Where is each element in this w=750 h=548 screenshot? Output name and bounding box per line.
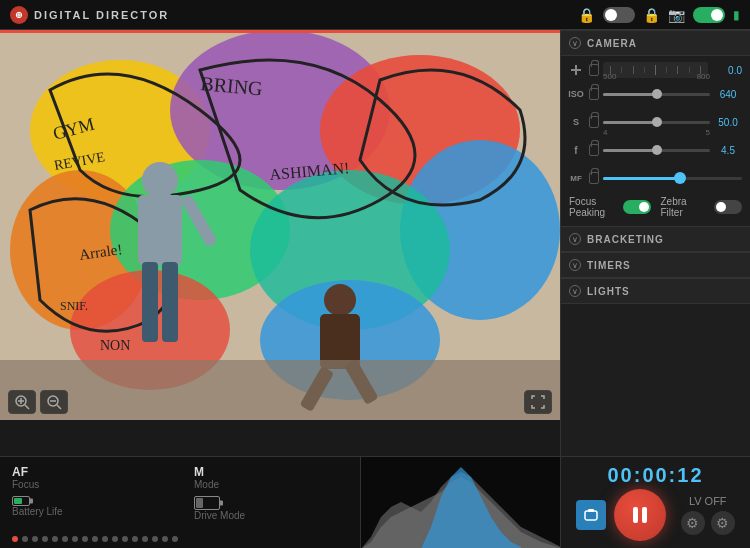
drive-mode-status: Drive Mode [194, 496, 366, 521]
mf-fill [603, 177, 679, 180]
mode-status: M Mode [194, 465, 366, 490]
svg-rect-27 [0, 360, 560, 420]
top-toggle-2[interactable] [693, 7, 725, 23]
recording-panel: 00:00:12 LV OFF [560, 456, 750, 548]
battery-status: Battery Life [12, 496, 184, 521]
dot-15 [152, 536, 158, 542]
zoom-in-button[interactable] [8, 390, 36, 414]
af-value: AF [12, 465, 184, 479]
shutter-value: 50.0 [714, 117, 742, 128]
gear-button[interactable]: ⚙ [681, 511, 705, 535]
dot-14 [142, 536, 148, 542]
battery-icon [12, 496, 30, 506]
dot-6 [62, 536, 68, 542]
timers-section-header[interactable]: ∨ TIMERS [561, 252, 750, 278]
pause-icon [633, 507, 647, 523]
camera-chevron: ∨ [569, 37, 581, 49]
lights-section-header[interactable]: ∨ LIGHTS [561, 278, 750, 304]
dots-row [0, 530, 360, 548]
aperture-value: 4.5 [714, 145, 742, 156]
focus-peaking-toggle[interactable] [623, 200, 651, 214]
mf-slider-container [603, 168, 742, 188]
svg-rect-39 [588, 509, 594, 512]
lock-icon-2[interactable]: 🔒 [643, 7, 660, 23]
drive-mode-icon [194, 496, 220, 510]
camera-viewport: GYM REVIVE BRING ASHIMAN! Arrale! SNIF. … [0, 30, 560, 420]
dot-12 [122, 536, 128, 542]
svg-text:SNIF.: SNIF. [60, 299, 88, 313]
shutter-lock[interactable] [589, 116, 599, 128]
timers-section-title: TIMERS [587, 260, 631, 271]
bracketing-section-header[interactable]: ∨ BRACKETING [561, 226, 750, 252]
dot-9 [92, 536, 98, 542]
iso-fill [603, 93, 657, 96]
topbar: ⊕ DIGITAL DIRECTOR 🔒 🔒 📷 ▮ [0, 0, 750, 30]
svg-rect-20 [142, 262, 158, 342]
shutter-track [603, 121, 710, 124]
mf-track [603, 177, 742, 180]
aperture-max: 5 [706, 128, 710, 137]
aperture-icon: f [569, 143, 583, 157]
fullscreen-button[interactable] [524, 390, 552, 414]
recording-timer: 00:00:12 [607, 464, 703, 487]
settings-button[interactable]: ⚙ [711, 511, 735, 535]
svg-text:NON: NON [100, 338, 130, 353]
dot-7 [72, 536, 78, 542]
mf-icon: MF [569, 171, 583, 185]
mode-label: Mode [194, 479, 366, 490]
histogram [360, 457, 560, 548]
top-controls: 🔒 🔒 📷 ▮ [578, 7, 740, 23]
app-logo: ⊕ DIGITAL DIRECTOR [10, 6, 169, 24]
shutter-thumb[interactable] [652, 117, 662, 127]
svg-line-33 [57, 405, 61, 409]
zoom-out-button[interactable] [40, 390, 68, 414]
af-status: AF Focus [12, 465, 184, 490]
aperture-thumb[interactable] [652, 145, 662, 155]
record-pause-button[interactable] [614, 489, 666, 541]
dot-5 [52, 536, 58, 542]
zebra-filter-toggle[interactable] [714, 200, 742, 214]
dot-13 [132, 536, 138, 542]
iso-icon: ISO [569, 87, 583, 101]
mf-lock[interactable] [589, 172, 599, 184]
svg-point-23 [324, 284, 356, 316]
lv-label: LV OFF [689, 495, 727, 507]
focus-peaking-row: Focus Peaking Zebra Filter [561, 192, 750, 222]
focus-peaking-label: Focus Peaking [569, 196, 617, 218]
iso-min: 500 [603, 72, 616, 81]
video-record-indicator: ▮ [733, 8, 740, 22]
dot-3 [32, 536, 38, 542]
bracketing-chevron: ∨ [569, 233, 581, 245]
iso-slider-container: 500 800 [603, 84, 710, 104]
iso-track [603, 93, 710, 96]
zoom-controls [8, 390, 68, 414]
dot-16 [162, 536, 168, 542]
mf-thumb[interactable] [674, 172, 686, 184]
drive-mode-label: Drive Mode [194, 510, 366, 521]
dot-17 [172, 536, 178, 542]
timers-chevron: ∨ [569, 259, 581, 271]
focus-peaking-knob [639, 202, 649, 212]
aperture-fill [603, 149, 657, 152]
aperture-min: 4 [603, 128, 607, 137]
af-label: Focus [12, 479, 184, 490]
iso-thumb[interactable] [652, 89, 662, 99]
top-toggle-1[interactable] [603, 7, 635, 23]
lights-section-title: LIGHTS [587, 286, 630, 297]
aperture-row: f 4 5 4.5 [561, 136, 750, 164]
aperture-slider-container: 4 5 [603, 140, 710, 160]
recording-top: 00:00:12 [567, 464, 744, 487]
camera-icon[interactable]: 📷 [668, 7, 685, 23]
app-title: DIGITAL DIRECTOR [34, 9, 169, 21]
aperture-lock[interactable] [589, 144, 599, 156]
capture-button[interactable] [576, 500, 606, 530]
iso-lock[interactable] [589, 88, 599, 100]
lock-icon[interactable]: 🔒 [578, 7, 595, 23]
ev-lock[interactable] [589, 64, 599, 76]
statusbar: AF Focus M Mode Auto White Balance Batte… [0, 456, 560, 548]
camera-section-header[interactable]: ∨ CAMERA [561, 30, 750, 56]
lights-chevron: ∨ [569, 285, 581, 297]
svg-rect-37 [575, 65, 577, 75]
dot-8 [82, 536, 88, 542]
iso-max: 800 [697, 72, 710, 81]
